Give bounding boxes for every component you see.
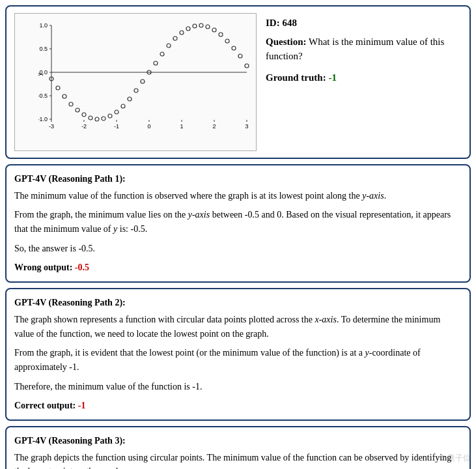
svg-point-58 <box>245 64 249 68</box>
svg-point-45 <box>160 52 164 56</box>
svg-point-48 <box>180 31 184 35</box>
svg-text:2: 2 <box>212 123 216 130</box>
reasoning-body-1: The minimum value of the function is obs… <box>14 189 462 275</box>
reasoning-title-3: GPT-4V (Reasoning Path 3): <box>14 434 462 448</box>
svg-text:0.5: 0.5 <box>39 46 48 52</box>
svg-point-57 <box>238 54 242 58</box>
svg-point-40 <box>128 97 132 101</box>
svg-point-32 <box>76 108 79 112</box>
id-label: ID: <box>266 18 280 28</box>
svg-point-37 <box>108 114 112 118</box>
output-value-2: -1 <box>78 401 86 410</box>
svg-text:-1.0: -1.0 <box>38 116 48 122</box>
info-area: ID: 648 Question: What is the minimum va… <box>263 13 462 151</box>
svg-point-47 <box>173 36 177 40</box>
svg-point-30 <box>63 94 66 98</box>
ground-truth-label: Ground truth: <box>266 72 326 83</box>
svg-point-38 <box>115 110 119 114</box>
id-value: 648 <box>282 18 297 28</box>
svg-point-53 <box>212 28 216 32</box>
reasoning-para-3-1: The graph depicts the function using cir… <box>14 451 462 469</box>
reasoning-para-1-3: So, the answer is -0.5. <box>14 242 462 256</box>
reasoning-output-1: Wrong output: -0.5 <box>14 261 462 275</box>
svg-text:1: 1 <box>180 123 183 130</box>
output-label-2: Correct output: <box>14 401 78 410</box>
svg-point-55 <box>225 39 229 43</box>
svg-text:-2: -2 <box>81 123 87 130</box>
reasoning-card-2: GPT-4V (Reasoning Path 2):The graph show… <box>5 288 471 421</box>
reasoning-body-2: The graph shown represents a function wi… <box>14 313 462 413</box>
reasoning-card-1: GPT-4V (Reasoning Path 1):The minimum va… <box>5 164 471 283</box>
reasoning-para-2-1: The graph shown represents a function wi… <box>14 313 462 341</box>
reasoning-cards: GPT-4V (Reasoning Path 1):The minimum va… <box>5 164 471 469</box>
svg-point-33 <box>82 113 86 117</box>
svg-point-29 <box>56 86 60 90</box>
top-card: 1.0 0.5 0.0 -0.5 -1.0 -3 -2 -1 0 1 2 <box>5 5 471 159</box>
ground-truth-value: -1 <box>328 72 337 83</box>
svg-point-56 <box>232 46 236 50</box>
svg-point-52 <box>206 25 210 29</box>
question-block: Question: What is the minimum value of t… <box>266 35 462 64</box>
reasoning-card-3: GPT-4V (Reasoning Path 3):The graph depi… <box>5 426 471 469</box>
reasoning-title-2: GPT-4V (Reasoning Path 2): <box>14 296 462 310</box>
svg-point-41 <box>134 89 138 92</box>
svg-point-49 <box>186 27 190 31</box>
ground-truth: Ground truth: -1 <box>266 70 462 85</box>
output-label-1: Wrong output: <box>14 263 75 272</box>
svg-point-54 <box>219 33 223 36</box>
svg-text:1.0: 1.0 <box>39 22 48 29</box>
reasoning-para-1-2: From the graph, the minimum value lies o… <box>14 208 462 236</box>
svg-point-50 <box>193 24 197 28</box>
reasoning-title-1: GPT-4V (Reasoning Path 1): <box>14 172 462 186</box>
svg-point-44 <box>154 61 158 65</box>
question-label: Question: <box>266 36 307 47</box>
svg-text:y: y <box>38 73 43 76</box>
svg-text:x: x <box>148 129 151 130</box>
graph-svg: 1.0 0.5 0.0 -0.5 -1.0 -3 -2 -1 0 1 2 <box>38 19 253 130</box>
svg-text:-3: -3 <box>49 123 54 130</box>
reasoning-para-2-3: Therefore, the minimum value of the func… <box>14 380 462 394</box>
id-line: ID: 648 <box>266 16 462 31</box>
svg-point-42 <box>141 79 145 83</box>
svg-text:-0.5: -0.5 <box>38 92 48 99</box>
svg-point-35 <box>95 117 99 121</box>
svg-point-51 <box>199 23 203 27</box>
svg-text:-1: -1 <box>114 123 119 130</box>
svg-point-34 <box>89 116 92 120</box>
reasoning-output-2: Correct output: -1 <box>14 399 462 413</box>
output-value-1: -0.5 <box>75 263 89 272</box>
svg-point-46 <box>167 44 171 48</box>
svg-text:3: 3 <box>245 123 248 130</box>
graph-area: 1.0 0.5 0.0 -0.5 -1.0 -3 -2 -1 0 1 2 <box>14 13 257 151</box>
svg-point-31 <box>69 102 73 106</box>
reasoning-body-3: The graph depicts the function using cir… <box>14 451 462 469</box>
svg-point-39 <box>121 104 125 108</box>
svg-point-36 <box>102 117 105 121</box>
reasoning-para-1-1: The minimum value of the function is obs… <box>14 189 462 203</box>
reasoning-para-2-2: From the graph, it is evident that the l… <box>14 346 462 374</box>
